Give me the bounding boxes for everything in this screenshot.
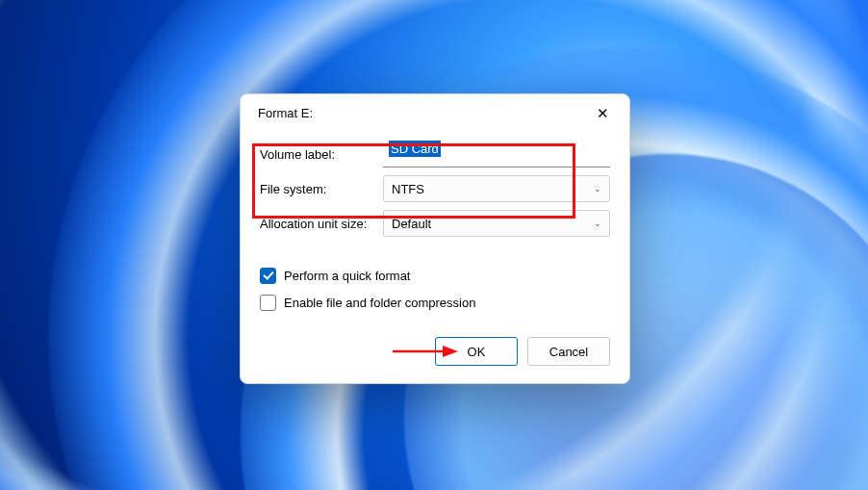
quick-format-checkbox[interactable]	[260, 268, 276, 284]
compression-row[interactable]: Enable file and folder compression	[260, 291, 610, 314]
dialog-title: Format E:	[258, 106, 313, 120]
quick-format-row[interactable]: Perform a quick format	[260, 264, 610, 287]
format-dialog: Format E: ✕ Volume label: SD Card File s…	[240, 93, 630, 384]
file-system-label: File system:	[260, 182, 383, 196]
allocation-value: Default	[392, 217, 431, 231]
chevron-down-icon: ⌄	[594, 184, 601, 193]
compression-label: Enable file and folder compression	[284, 296, 475, 310]
compression-checkbox[interactable]	[260, 295, 276, 311]
quick-format-label: Perform a quick format	[284, 269, 411, 283]
file-system-select[interactable]: NTFS ⌄	[383, 175, 610, 202]
close-icon: ✕	[597, 106, 609, 120]
volume-label-value: SD Card	[389, 141, 441, 157]
ok-button[interactable]: OK	[435, 337, 518, 366]
cancel-button[interactable]: Cancel	[527, 337, 610, 366]
volume-label-label: Volume label:	[260, 147, 383, 162]
volume-label-input[interactable]: SD Card	[383, 142, 610, 168]
chevron-down-icon: ⌄	[594, 219, 601, 228]
titlebar: Format E: ✕	[241, 94, 629, 131]
allocation-label: Allocation unit size:	[260, 217, 383, 231]
file-system-value: NTFS	[392, 182, 424, 196]
close-button[interactable]: ✕	[589, 99, 616, 126]
allocation-select[interactable]: Default ⌄	[383, 210, 610, 237]
